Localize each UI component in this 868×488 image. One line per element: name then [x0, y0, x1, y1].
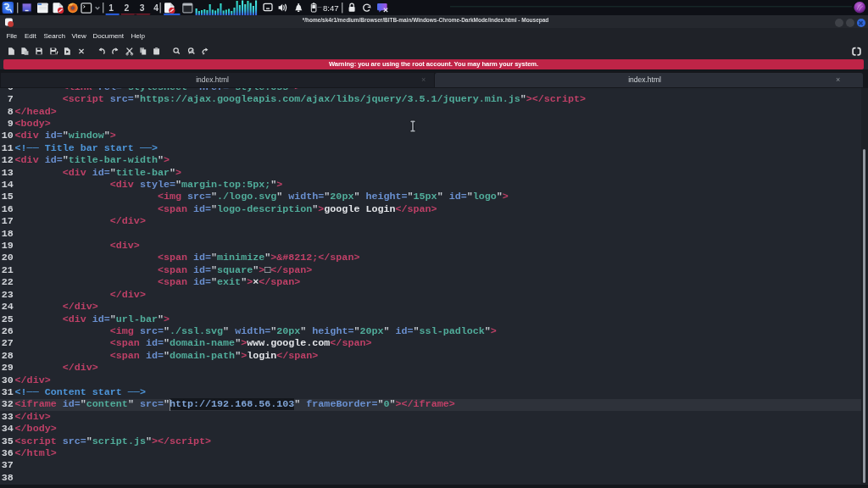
svg-text:3: 3 — [140, 3, 145, 13]
svg-text:8:47: 8:47 — [323, 3, 339, 13]
svg-text:4: 4 — [153, 3, 159, 13]
svg-text:2: 2 — [124, 3, 129, 13]
svg-text:1: 1 — [108, 3, 114, 13]
